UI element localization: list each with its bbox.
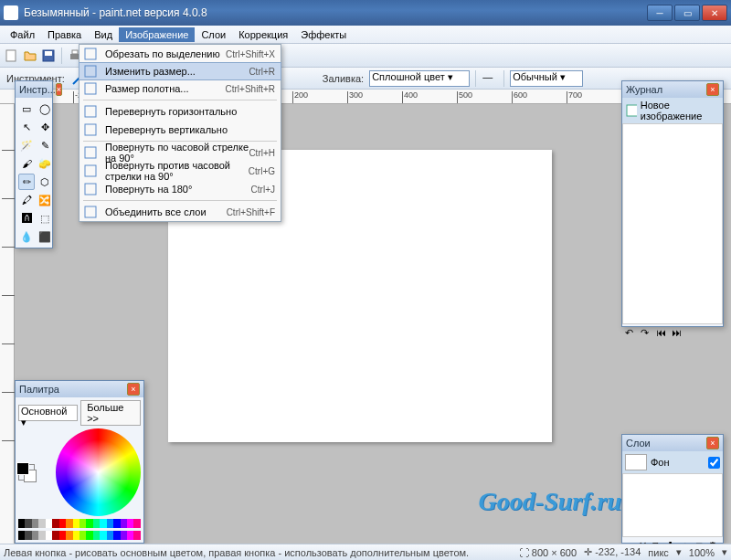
statusbar: Левая кнопка - рисовать основным цветом,… xyxy=(0,544,731,560)
tool-fill[interactable]: ⬛ xyxy=(37,228,53,245)
tool-rect-select[interactable]: ▭ xyxy=(18,100,35,117)
menu-shortcut: Ctrl+H xyxy=(249,148,275,158)
redo-all-icon[interactable]: ⏭ xyxy=(672,327,684,340)
tool-pencil[interactable]: ✎ xyxy=(37,137,53,153)
tool-wand[interactable]: 🪄 xyxy=(18,137,35,153)
tool-line[interactable]: ⬚ xyxy=(37,210,53,227)
flip-h-icon xyxy=(83,104,98,119)
rotate-cw-icon xyxy=(83,145,98,160)
svg-rect-0 xyxy=(6,50,16,61)
tool-text[interactable]: 🅰 xyxy=(18,210,35,227)
window-title: Безымянный - paint.net версия 4.0.8 xyxy=(24,6,647,19)
menu-файл[interactable]: Файл xyxy=(4,27,41,42)
tools-panel: Инстр...× ▭◯↖✥🪄✎🖌🧽✏⬡🖍🔀🅰⬚💧⬛ xyxy=(15,80,53,248)
layers-close-icon[interactable]: × xyxy=(706,437,719,449)
tool-brush[interactable]: 🖌 xyxy=(18,155,35,172)
tool-clone[interactable]: 🖍 xyxy=(18,192,35,208)
history-item-label: Новое изображение xyxy=(641,100,719,122)
menu-item-label: Повернуть против часовой стрелки на 90° xyxy=(105,160,249,182)
open-icon[interactable] xyxy=(22,48,38,64)
save-icon[interactable] xyxy=(40,48,57,64)
status-pos: ✛ -232, -134 xyxy=(584,546,641,558)
menu-item-resize[interactable]: Изменить размер...Ctrl+R xyxy=(79,62,281,80)
undo-all-icon[interactable]: ⏮ xyxy=(656,327,669,340)
color-strip-2[interactable] xyxy=(18,531,141,540)
close-button[interactable]: ✕ xyxy=(702,5,727,21)
menu-item-rotate-180[interactable]: Повернуть на 180°Ctrl+J xyxy=(79,180,281,198)
menu-item-label: Объединить все слои xyxy=(105,206,207,217)
palette-more-button[interactable]: Больше >> xyxy=(80,400,141,426)
rotate-ccw-icon xyxy=(83,164,98,178)
flatten-icon xyxy=(83,205,98,219)
menu-shortcut: Ctrl+Shift+X xyxy=(226,49,275,59)
redo-icon[interactable]: ↷ xyxy=(641,327,653,340)
watermark: Good-Surf.ru xyxy=(479,487,621,516)
svg-rect-11 xyxy=(85,165,96,176)
tool-recolor[interactable]: 🔀 xyxy=(37,192,53,208)
palette-close-icon[interactable]: × xyxy=(127,383,140,396)
menu-item-flip-v[interactable]: Перевернуть вертикально xyxy=(79,121,281,139)
palette-mode-select[interactable]: Основной ▾ xyxy=(18,405,78,421)
tools-close-icon[interactable]: × xyxy=(56,83,62,96)
menu-item-label: Размер полотна... xyxy=(105,83,189,94)
layer-thumbnail xyxy=(625,454,647,470)
menu-слои[interactable]: Слои xyxy=(195,27,232,42)
svg-rect-13 xyxy=(85,206,96,217)
menu-вид[interactable]: Вид xyxy=(88,27,119,42)
maximize-button[interactable]: ▭ xyxy=(674,5,700,21)
status-hint: Левая кнопка - рисовать основным цветом,… xyxy=(4,547,469,558)
history-panel: Журнал× Новое изображение ↶ ↷ ⏮ ⏭ xyxy=(621,80,724,327)
tool-eraser[interactable]: 🧽 xyxy=(37,155,53,172)
new-icon[interactable] xyxy=(4,48,20,64)
tool-gradient[interactable]: 💧 xyxy=(18,228,35,245)
status-unit[interactable]: пикс xyxy=(648,547,669,558)
menu-item-canvas[interactable]: Размер полотна...Ctrl+Shift+R xyxy=(79,79,281,98)
tool-shapes[interactable]: ⬡ xyxy=(37,174,53,190)
history-close-icon[interactable]: × xyxy=(706,83,719,96)
menu-item-rotate-ccw[interactable]: Повернуть против часовой стрелки на 90°C… xyxy=(79,162,281,180)
flip-v-icon xyxy=(83,122,98,137)
rotate-180-icon xyxy=(83,182,98,196)
svg-rect-4 xyxy=(72,50,78,54)
svg-rect-5 xyxy=(85,48,96,59)
svg-rect-9 xyxy=(85,124,96,135)
undo-icon[interactable]: ↶ xyxy=(625,327,638,340)
menu-shortcut: Ctrl+J xyxy=(251,185,275,195)
app-icon xyxy=(4,5,18,20)
status-size: ⛶ 800 × 600 xyxy=(519,547,577,558)
menu-item-label: Перевернуть горизонтально xyxy=(105,106,237,117)
svg-rect-6 xyxy=(85,66,96,77)
status-zoom[interactable]: 100% xyxy=(689,547,715,558)
menu-item-flatten[interactable]: Объединить все слоиCtrl+Shift+F xyxy=(79,203,281,221)
color-wheel[interactable] xyxy=(56,428,141,516)
tool-move-sel[interactable]: ✥ xyxy=(37,119,53,135)
svg-rect-10 xyxy=(85,147,96,158)
layers-panel: Слои× Фон ＋ ✕ ⧉ ⬇ ▲ ▼ ⚙ xyxy=(621,434,724,544)
tool-lasso[interactable]: ◯ xyxy=(37,100,53,117)
minimize-button[interactable]: ─ xyxy=(647,5,673,21)
color-swatch[interactable] xyxy=(18,464,35,481)
layer-item[interactable]: Фон xyxy=(622,451,723,473)
layer-visible-checkbox[interactable] xyxy=(708,457,720,469)
width-icon[interactable]: — xyxy=(482,70,498,87)
blend-select[interactable]: Обычный ▾ xyxy=(510,70,583,87)
menu-правка[interactable]: Правка xyxy=(41,27,88,42)
menu-эффекты[interactable]: Эффекты xyxy=(294,27,353,42)
tool-move[interactable]: ↖ xyxy=(18,119,35,135)
fill-select[interactable]: Сплошной цвет ▾ xyxy=(369,70,470,87)
menu-image-dropdown: Обрезать по выделениюCtrl+Shift+XИзменит… xyxy=(79,44,281,222)
menubar: ФайлПравкаВидИзображениеСлоиКоррекцияЭфф… xyxy=(0,26,731,44)
menu-item-crop[interactable]: Обрезать по выделениюCtrl+Shift+X xyxy=(79,45,281,63)
history-item[interactable]: Новое изображение xyxy=(622,98,723,123)
menu-коррекция[interactable]: Коррекция xyxy=(232,27,294,42)
svg-rect-12 xyxy=(85,184,96,195)
layer-name: Фон xyxy=(651,457,670,468)
tool-pen[interactable]: ✏ xyxy=(18,174,35,190)
menu-item-rotate-cw[interactable]: Повернуть по часовой стрелке на 90°Ctrl+… xyxy=(79,143,281,162)
color-strip[interactable] xyxy=(18,519,141,528)
fill-label: Заливка: xyxy=(323,73,364,84)
menu-shortcut: Ctrl+G xyxy=(249,166,275,176)
menu-изображение[interactable]: Изображение xyxy=(119,27,195,42)
menu-item-flip-h[interactable]: Перевернуть горизонтально xyxy=(79,102,281,121)
titlebar: Безымянный - paint.net версия 4.0.8 ─ ▭ … xyxy=(0,0,731,26)
